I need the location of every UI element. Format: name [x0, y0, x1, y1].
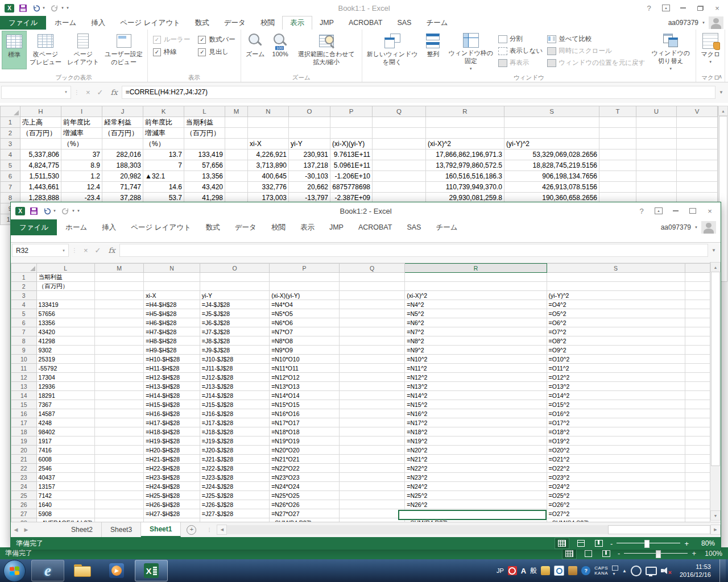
cell-Q10[interactable]: [340, 355, 405, 364]
cell-O6[interactable]: =J6-$J$28: [200, 318, 269, 327]
cell-O4[interactable]: 230,931: [289, 149, 330, 160]
cell-M22[interactable]: [94, 464, 144, 473]
cell-N22[interactable]: =H22-$H$28: [144, 464, 200, 473]
cell-H1[interactable]: 売上高: [20, 117, 61, 128]
w1-avatar[interactable]: [709, 16, 723, 29]
row-header-18[interactable]: 18: [11, 427, 37, 436]
w1-ribbon-display-options-button[interactable]: ▲: [659, 2, 673, 14]
cell-S12[interactable]: =O12^2: [547, 373, 685, 382]
cell-V5[interactable]: [677, 160, 718, 171]
cell-N15[interactable]: =H15-$H$28: [144, 400, 200, 409]
cell-N6[interactable]: =H6-$H$28: [144, 318, 200, 327]
w2-file-tab[interactable]: ファイル: [11, 219, 57, 235]
cell-L25[interactable]: 7142: [36, 491, 94, 500]
cell-O3[interactable]: yi-Y: [200, 291, 269, 300]
cell-O12[interactable]: =J12-$J$28: [200, 373, 269, 382]
tab-splitter-handle[interactable]: ⋮: [206, 527, 212, 533]
cell-S3[interactable]: (yi-Y)^2: [504, 139, 599, 149]
w2-zoom-percent[interactable]: 80%: [693, 539, 715, 547]
cell-x5[interactable]: [685, 309, 710, 318]
cell-S24[interactable]: =O24^2: [547, 482, 685, 491]
cell-x3[interactable]: [685, 291, 710, 300]
cell-L3[interactable]: [184, 139, 225, 149]
row-header-2[interactable]: 2: [11, 282, 37, 291]
cell-J6[interactable]: 20,982: [102, 171, 143, 182]
w1-file-tab[interactable]: ファイル: [0, 16, 46, 30]
cell-Q8[interactable]: [340, 336, 405, 346]
cell-S9[interactable]: =O9^2: [547, 346, 685, 355]
w2-excel-logo-icon[interactable]: X: [15, 207, 25, 215]
cell-M16[interactable]: [94, 409, 144, 418]
cell-Q28[interactable]: [340, 518, 405, 522]
cell-P12[interactable]: =N12*O12: [270, 373, 340, 382]
cell-x16[interactable]: [685, 409, 710, 418]
tray-security-icon[interactable]: [508, 566, 517, 575]
cell-R5[interactable]: =N5^2: [405, 309, 547, 318]
cell-L22[interactable]: 2546: [36, 464, 94, 473]
column-header-blank[interactable]: [685, 264, 710, 273]
ribbon-tab-8[interactable]: ACROBAT: [341, 16, 390, 30]
ribbon-tab-5[interactable]: 校閲: [264, 219, 293, 235]
cell-Q2[interactable]: [340, 282, 405, 291]
cell-J4[interactable]: 282,016: [102, 149, 143, 160]
cell-x25[interactable]: [685, 491, 710, 500]
cell-P6[interactable]: =N6*O6: [270, 318, 340, 327]
w2-minimize-button[interactable]: [668, 205, 683, 217]
column-header-T[interactable]: T: [599, 106, 636, 117]
cell-L1[interactable]: 当期利益: [36, 273, 94, 282]
row-header-6[interactable]: 6: [1, 171, 20, 182]
column-header-Q[interactable]: Q: [373, 106, 426, 117]
cell-V1[interactable]: [677, 117, 718, 128]
cell-P21[interactable]: =N21*O21: [270, 455, 340, 464]
cell-L6[interactable]: 13356: [36, 318, 94, 327]
ribbon-tab-3[interactable]: 数式: [198, 219, 228, 235]
cell-S5[interactable]: 18,828,745,219.5156: [504, 160, 599, 171]
cell-Q19[interactable]: [340, 436, 405, 446]
row-header-6[interactable]: 6: [11, 318, 37, 327]
cell-R11[interactable]: =N11^2: [405, 364, 547, 373]
cell-L5[interactable]: 57,656: [184, 160, 225, 171]
ribbon-tab-2[interactable]: ページ レイアウト: [113, 16, 188, 30]
cell-U6[interactable]: [636, 171, 677, 182]
cell-R16[interactable]: =N16^2: [405, 409, 547, 418]
cell-R10[interactable]: =N10^2: [405, 355, 547, 364]
cell-O11[interactable]: =J11-$J$28: [200, 364, 269, 373]
cell-H6[interactable]: 1,511,530: [20, 171, 61, 182]
column-header-S[interactable]: S: [504, 106, 599, 117]
cell-N27[interactable]: =H27-$H$28: [144, 509, 200, 518]
cell-Q16[interactable]: [340, 409, 405, 418]
w2-horizontal-scrollbar[interactable]: ◀ ▶: [217, 525, 721, 535]
select-all-corner[interactable]: [1, 106, 20, 117]
cell-Q13[interactable]: [340, 382, 405, 391]
column-header-K[interactable]: K: [143, 106, 184, 117]
cell-S19[interactable]: =O19^2: [547, 436, 685, 446]
cell-N23[interactable]: =H23-$H$28: [144, 473, 200, 482]
w2-help-button[interactable]: ?: [634, 205, 649, 217]
cell-N9[interactable]: =H9-$H$28: [144, 346, 200, 355]
cell-I1[interactable]: 前年度比: [61, 117, 102, 128]
cell-P5[interactable]: =N5*O5: [270, 309, 340, 318]
cell-S18[interactable]: =O18^2: [547, 427, 685, 436]
cell-S1[interactable]: [504, 117, 599, 128]
ribbon-tab-6[interactable]: 表示: [282, 16, 312, 30]
cell-I6[interactable]: 1.2: [61, 171, 102, 182]
cell-L11[interactable]: -55792: [36, 364, 94, 373]
row-header-19[interactable]: 19: [11, 436, 37, 446]
tray-show-hidden-icons[interactable]: ▲: [622, 568, 627, 573]
cell-O9[interactable]: =J9-$J$28: [200, 346, 269, 355]
cell-R23[interactable]: =N23^2: [405, 473, 547, 482]
split-button[interactable]: 分割: [496, 33, 545, 45]
cell-M18[interactable]: [94, 427, 144, 436]
cell-M23[interactable]: [94, 473, 144, 482]
cell-N3[interactable]: xi-X: [248, 139, 289, 149]
page-layout-view-button[interactable]: ページ レイアウト: [64, 31, 102, 69]
row-header-4[interactable]: 4: [11, 300, 37, 309]
cell-O5[interactable]: =J5-$J$28: [200, 309, 269, 318]
cell-Q15[interactable]: [340, 400, 405, 409]
cell-P1[interactable]: [270, 273, 340, 282]
cell-M3[interactable]: [94, 291, 144, 300]
cell-O18[interactable]: =J18-$J$28: [200, 427, 269, 436]
cell-P27[interactable]: =N27*O27: [270, 509, 340, 518]
row-header-5[interactable]: 5: [1, 160, 20, 171]
custom-views-button[interactable]: ユーザー設定 のビュー: [102, 31, 146, 69]
